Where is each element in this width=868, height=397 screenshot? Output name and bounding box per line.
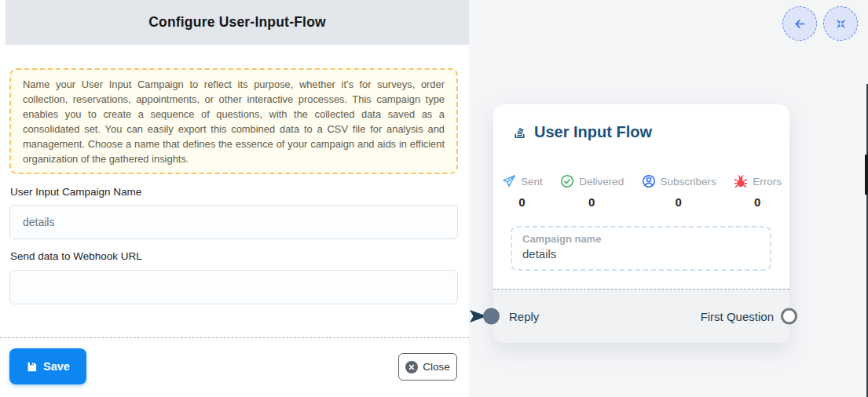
panel-header: Configure User-Input-Flow	[5, 0, 469, 45]
stat-label: Errors	[753, 176, 782, 188]
node-footer: Reply First Question	[493, 289, 789, 343]
stat-label: Sent	[521, 176, 543, 188]
flow-canvas: User Input Flow Sent 0	[469, 0, 868, 397]
screen: Configure User-Input-Flow Name your User…	[0, 0, 868, 397]
reply-input-handle[interactable]	[483, 308, 500, 325]
fit-view-button[interactable]	[823, 6, 858, 41]
close-button-label: Close	[423, 361, 450, 373]
scrollbar-thumb[interactable]	[865, 155, 868, 195]
reply-label: Reply	[509, 310, 539, 323]
webhook-url-label: Send data to Webhook URL	[10, 250, 142, 262]
node-title: User Input Flow	[534, 123, 652, 141]
campaign-name-label: User Input Campaign Name	[10, 186, 141, 198]
campaign-name-input[interactable]	[9, 205, 458, 239]
stat-value: 0	[588, 195, 595, 209]
paper-plane-icon	[501, 173, 517, 189]
compress-icon	[834, 17, 848, 31]
x-circle-icon	[405, 361, 418, 373]
arrow-left-icon	[793, 16, 808, 31]
floppy-icon	[26, 361, 38, 373]
save-button[interactable]: Save	[9, 348, 86, 384]
check-circle-icon	[559, 173, 575, 189]
webhook-url-input[interactable]	[9, 270, 458, 304]
person-circle-icon	[641, 173, 657, 189]
stack-icon	[511, 124, 528, 140]
campaign-name-box[interactable]: Campaign name details	[511, 226, 771, 271]
stat-value: 0	[518, 195, 525, 209]
save-button-label: Save	[43, 360, 70, 373]
stat-label: Delivered	[579, 176, 624, 188]
stat-sent: Sent 0	[501, 173, 543, 209]
footer-divider	[0, 337, 469, 338]
stat-delivered: Delivered 0	[559, 173, 624, 209]
node-title-row: User Input Flow	[511, 123, 652, 141]
stat-subscribers: Subscribers 0	[641, 173, 716, 209]
stat-value: 0	[676, 195, 682, 209]
info-text: Name your User Input Campaign to reflect…	[23, 77, 445, 166]
stat-errors: Errors 0	[733, 173, 782, 209]
stat-label: Subscribers	[661, 176, 716, 188]
node-stats: Sent 0 Delivered 0	[501, 173, 782, 209]
bug-icon	[733, 173, 749, 189]
back-button[interactable]	[782, 6, 817, 41]
first-question-output-handle[interactable]	[781, 308, 797, 325]
close-button[interactable]: Close	[398, 353, 457, 381]
first-question-label: First Question	[701, 310, 774, 323]
configure-panel: Configure User-Input-Flow Name your User…	[0, 0, 469, 397]
stat-value: 0	[754, 195, 760, 209]
page-title: Configure User-Input-Flow	[148, 14, 326, 31]
user-input-flow-node[interactable]: User Input Flow Sent 0	[493, 104, 789, 343]
campaign-name-box-value: details	[522, 247, 760, 260]
campaign-name-box-label: Campaign name	[522, 233, 760, 245]
info-callout: Name your User Input Campaign to reflect…	[9, 68, 458, 174]
